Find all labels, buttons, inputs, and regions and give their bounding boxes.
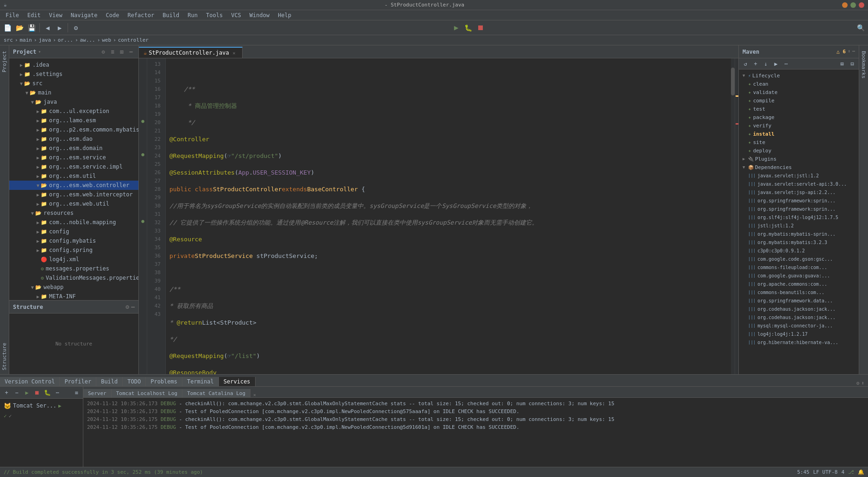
maven-dep-jstl[interactable]: ||| javax.servlet:jstl:1.2 — [739, 171, 859, 180]
maven-collapse-all-button[interactable]: ⊟ — [848, 59, 857, 69]
maven-validate[interactable]: ✦ validate — [739, 88, 859, 96]
service-tab-catalina-log[interactable]: Tomcat Catalina Log — [182, 389, 250, 397]
maven-package[interactable]: ✦ package — [739, 113, 859, 121]
tree-item-lamo[interactable]: ▶ 📁 org...lamo.esm — [9, 116, 138, 125]
menu-item-build[interactable]: Build — [159, 11, 183, 19]
tree-item-src[interactable]: ▼ 📂 src — [9, 79, 138, 88]
code-editor[interactable]: ● ● ● — [139, 58, 738, 374]
tree-item-nobile[interactable]: ▶ 📁 com...nobile.mapping — [9, 218, 138, 227]
tab-version-control[interactable]: Version Control — [0, 377, 60, 386]
maven-expand-icon[interactable]: ⬆ — [848, 49, 850, 55]
maven-deploy[interactable]: ✦ deploy — [739, 146, 859, 155]
tree-item-settings[interactable]: ▶ 📁 .settings — [9, 69, 138, 79]
sidebar-close-icon[interactable]: — — [127, 48, 135, 56]
bottom-settings-icon[interactable]: ⚙ — [856, 380, 860, 386]
project-tab[interactable]: Project — [0, 47, 8, 76]
tree-item-meta-inf[interactable]: ▶ 📁 META-INF — [9, 292, 138, 300]
tree-item-messages[interactable]: ⚙ messages.properties — [9, 264, 138, 273]
sidebar-collapse-icon[interactable]: ≡ — [109, 48, 116, 56]
maven-dep-fileupload[interactable]: ||| commons-fileupload:com... — [739, 263, 859, 271]
maven-dep-jsp[interactable]: ||| javax.servlet:jsp-api:2.2... — [739, 188, 859, 196]
close-button[interactable] — [859, 2, 864, 8]
menu-item-navigate[interactable]: Navigate — [67, 11, 101, 19]
menu-item-run[interactable]: Run — [184, 11, 201, 19]
tree-item-webapp[interactable]: ▼ 📂 webapp — [9, 282, 138, 292]
toolbar-run-button[interactable]: ▶ — [451, 22, 462, 33]
maven-dep-c3p0[interactable]: ||| c3p0:c3p0:0.9.1.2 — [739, 246, 859, 255]
sidebar-expand-icon[interactable]: ⊞ — [118, 48, 125, 56]
tree-item-config-spring[interactable]: ▶ 📁 config.spring — [9, 245, 138, 255]
tree-item-validation[interactable]: ⚙ ValidationMessages.properties — [9, 273, 138, 282]
maven-dep-slf4j[interactable]: ||| org.slf4j:slf4j-log4j12:1.7.5 — [739, 213, 859, 221]
maven-dep-servlet[interactable]: ||| javax.servlet:servlet-api:3.0... — [739, 180, 859, 188]
menu-item-file[interactable]: File — [2, 11, 23, 19]
tree-item-exception[interactable]: ▶ 📁 com...ul.exception — [9, 107, 138, 116]
maven-download-button[interactable]: ↓ — [761, 59, 770, 69]
notification-icon[interactable]: 🔔 — [858, 469, 864, 475]
maven-verify[interactable]: ✦ verify — [739, 121, 859, 130]
toolbar-settings-button[interactable]: ⚙ — [70, 22, 81, 33]
tree-item-util[interactable]: ▶ 📁 org...esm.util — [9, 171, 138, 181]
maven-close-icon[interactable]: — — [852, 49, 855, 55]
code-content[interactable]: /** * 商品管理控制器 */ @Controller @RequestMap… — [166, 58, 731, 374]
bookmarks-label[interactable]: Bookmarks — [860, 47, 868, 82]
bottom-maximize-icon[interactable]: ⬆ — [861, 380, 864, 386]
window-controls[interactable] — [842, 2, 864, 8]
maven-dep-beanutils[interactable]: ||| commons-beanutils:com... — [739, 288, 859, 296]
maven-dep-mybatis[interactable]: ||| org.mybatis:mybatis:3.2.3 — [739, 238, 859, 246]
toolbar-debug-button[interactable]: 🐛 — [463, 22, 474, 33]
tab-problems[interactable]: Problems — [146, 377, 182, 386]
menu-item-view[interactable]: View — [45, 11, 66, 19]
service-tab-server[interactable]: Server — [83, 389, 112, 397]
services-add-button[interactable]: + — [2, 388, 11, 397]
tree-item-dao[interactable]: ▶ 📁 org...esm.dao — [9, 134, 138, 144]
maven-dep-spring2[interactable]: ||| org.springframework:sprin... — [739, 205, 859, 213]
maven-dep-mybatis-spring[interactable]: ||| org.mybatis:mybatis-sprin... — [739, 230, 859, 238]
tab-close-button[interactable]: ✕ — [231, 50, 237, 56]
tree-item-idea[interactable]: ▶ 📁 .idea — [9, 60, 138, 69]
maven-dep-mysql[interactable]: ||| mysql:mysql-connector-ja... — [739, 321, 859, 330]
services-group-icon[interactable]: ≡ — [72, 388, 81, 397]
vertical-scrollbar[interactable] — [731, 58, 735, 374]
structure-tab-left[interactable]: Structure — [0, 339, 8, 374]
toolbar-new-button[interactable]: 📄 — [2, 22, 13, 33]
maven-add-button[interactable]: + — [751, 59, 760, 69]
services-minus-button[interactable]: − — [12, 388, 21, 397]
services-debug-button[interactable]: 🐛 — [43, 388, 52, 397]
maven-dep-hibernate[interactable]: ||| org.hibernate:hibernate-va... — [739, 338, 859, 346]
breadcrumb-aw[interactable]: aw... — [80, 37, 95, 43]
menu-item-refactor[interactable]: Refactor — [124, 11, 158, 19]
tab-build[interactable]: Build — [96, 377, 123, 386]
maximize-button[interactable] — [850, 2, 856, 8]
tab-terminal[interactable]: Terminal — [182, 377, 219, 386]
maven-site[interactable]: ✦ site — [739, 138, 859, 146]
maven-install[interactable]: ✦ install — [739, 130, 859, 138]
structure-collapse-icon[interactable]: — — [131, 303, 135, 310]
toolbar-back-button[interactable]: ◀ — [42, 22, 53, 33]
maven-dep-gson[interactable]: ||| com.google.code.gson:gsc... — [739, 255, 859, 263]
structure-settings-icon[interactable]: ⚙ — [125, 303, 129, 310]
scrollbar-thumb[interactable] — [731, 68, 735, 95]
tree-item-log4j[interactable]: 🔴 log4j.xml — [9, 255, 138, 264]
breadcrumb-java[interactable]: java — [39, 37, 51, 43]
tree-item-interceptor[interactable]: ▶ 📁 org...esm.web.interceptor — [9, 190, 138, 199]
sidebar-settings-icon[interactable]: ⚙ — [100, 48, 107, 56]
service-item-tomcat[interactable]: 🐱 Tomcat Ser... ▶ — [0, 401, 83, 411]
tree-item-config-mybatis[interactable]: ▶ 📁 config.mybatis — [9, 236, 138, 245]
toolbar-search-button[interactable]: 🔍 — [855, 22, 866, 33]
tree-item-service-impl[interactable]: ▶ 📁 org...esm.service.impl — [9, 162, 138, 171]
maven-compile[interactable]: ✦ compile — [739, 96, 859, 105]
tree-item-config[interactable]: ▶ 📁 config — [9, 227, 138, 236]
toolbar-open-button[interactable]: 📂 — [14, 22, 25, 33]
maven-expand-all-button[interactable]: ⊞ — [837, 59, 847, 69]
maven-dep-jackson2[interactable]: ||| org.codehaus.jackson:jack... — [739, 313, 859, 321]
maven-clean[interactable]: ✦ clean — [739, 80, 859, 88]
maven-lifecycle-header[interactable]: ▼ ⚡ Lifecycle — [739, 71, 859, 80]
menu-item-tools[interactable]: Tools — [202, 11, 226, 19]
tree-item-controller[interactable]: ▼ 📂 org...esm.web.controller — [9, 181, 138, 190]
menu-item-edit[interactable]: Edit — [24, 11, 44, 19]
toolbar-save-button[interactable]: 💾 — [26, 22, 37, 33]
maven-more-button[interactable]: ⋯ — [781, 59, 791, 69]
tab-todo[interactable]: TODO — [123, 377, 146, 386]
maven-dep-spring1[interactable]: ||| org.springframework:sprin... — [739, 196, 859, 205]
